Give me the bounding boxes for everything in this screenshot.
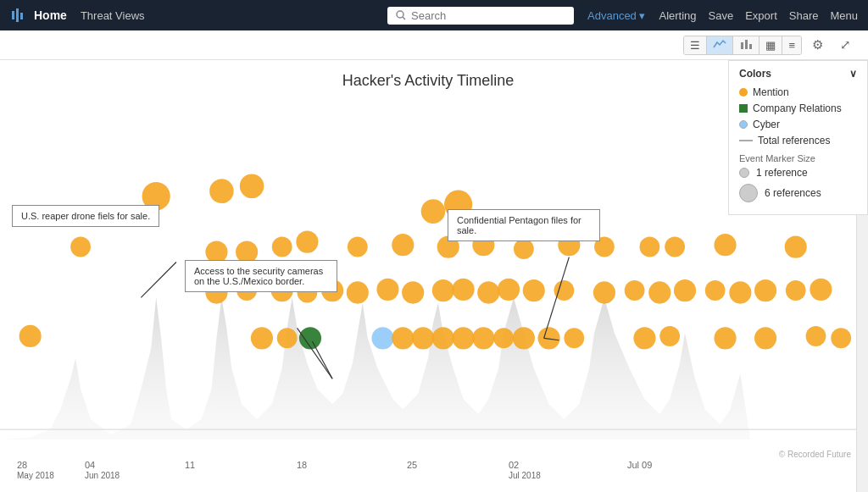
xaxis-label-1: 28May 2018 xyxy=(17,460,54,480)
svg-point-34 xyxy=(477,281,499,303)
data-point[interactable] xyxy=(240,174,264,198)
total-line xyxy=(739,140,753,141)
svg-point-11 xyxy=(272,237,292,257)
svg-point-44 xyxy=(754,279,776,301)
legend-panel: Colors ∨ Mention Company Relations Cyber… xyxy=(728,60,868,215)
share-btn[interactable]: Share xyxy=(789,9,819,22)
svg-point-26 xyxy=(271,279,293,301)
svg-point-32 xyxy=(432,279,454,301)
size-6ref-dot xyxy=(739,184,758,202)
settings-btn[interactable]: ⚙ xyxy=(805,34,830,56)
app-name[interactable]: Home xyxy=(34,8,67,22)
expand-btn[interactable]: ⤢ xyxy=(833,34,858,56)
svg-point-40 xyxy=(648,281,670,303)
svg-point-15 xyxy=(437,235,459,257)
total-label: Total references xyxy=(758,135,830,146)
svg-rect-7 xyxy=(749,44,752,49)
advanced-button[interactable]: Advanced ▾ xyxy=(587,9,645,22)
svg-point-59 xyxy=(538,327,560,349)
xaxis-label-5: 25 xyxy=(407,460,417,470)
svg-line-67 xyxy=(141,263,176,298)
svg-point-13 xyxy=(348,237,368,257)
top-actions: Alerting Save Export Share Menu xyxy=(659,9,858,22)
menu-btn[interactable]: Menu xyxy=(830,9,858,22)
svg-point-48 xyxy=(251,327,273,349)
svg-point-20 xyxy=(640,237,660,257)
svg-point-23 xyxy=(785,235,807,257)
legend-size-section: Event Marker Size xyxy=(739,153,857,163)
svg-rect-2 xyxy=(20,13,23,19)
threat-views-nav[interactable]: Threat Views xyxy=(81,9,145,22)
alerting-btn[interactable]: Alerting xyxy=(659,9,696,22)
svg-point-21 xyxy=(665,237,685,257)
app-logo: Home xyxy=(10,6,67,25)
search-input[interactable] xyxy=(411,9,530,22)
legend-company-relations: Company Relations xyxy=(739,102,857,114)
svg-point-61 xyxy=(633,327,655,349)
export-btn[interactable]: Export xyxy=(745,9,777,22)
data-point[interactable] xyxy=(444,191,472,219)
svg-point-30 xyxy=(376,279,398,301)
bar-chart-icon xyxy=(739,39,753,49)
svg-point-47 xyxy=(19,325,42,347)
legend-header: Colors ∨ xyxy=(739,68,857,80)
chart-toolbar: ☰ ▦ ≡ ⚙ ⤢ xyxy=(0,30,868,60)
svg-point-31 xyxy=(402,281,424,303)
svg-point-46 xyxy=(810,279,832,301)
company-relations-label: Company Relations xyxy=(753,102,842,114)
copyright: © Recorded Future xyxy=(779,450,851,459)
line-chart-icon xyxy=(713,39,726,49)
svg-point-51 xyxy=(371,327,393,349)
svg-point-57 xyxy=(493,328,514,348)
top-navigation: Home Threat Views Advanced ▾ Alerting Sa… xyxy=(0,0,868,30)
line-chart-btn[interactable] xyxy=(707,36,733,54)
svg-point-55 xyxy=(453,327,475,349)
svg-point-53 xyxy=(412,327,434,349)
svg-point-56 xyxy=(472,327,494,349)
svg-point-14 xyxy=(392,234,414,256)
svg-point-35 xyxy=(498,279,520,301)
save-btn[interactable]: Save xyxy=(709,9,734,22)
legend-collapse-icon[interactable]: ∨ xyxy=(849,68,857,80)
svg-point-22 xyxy=(714,234,736,256)
svg-point-8 xyxy=(70,237,91,257)
svg-rect-1 xyxy=(16,8,19,22)
svg-point-63 xyxy=(714,327,736,349)
view-buttons: ☰ ▦ ≡ xyxy=(683,36,802,55)
bullet-view-btn[interactable]: ≡ xyxy=(782,36,801,54)
svg-point-64 xyxy=(754,327,776,349)
legend-title: Colors xyxy=(739,68,771,80)
size-1ref-dot xyxy=(739,168,749,178)
data-point[interactable] xyxy=(421,199,446,224)
svg-rect-0 xyxy=(12,11,14,19)
svg-point-27 xyxy=(298,282,318,302)
cyber-label: Cyber xyxy=(753,119,780,130)
main-area: Hacker's Activity Timeline xyxy=(0,60,868,492)
size-6ref-label: 6 references xyxy=(765,187,821,199)
svg-line-4 xyxy=(403,17,405,19)
svg-point-28 xyxy=(321,279,343,301)
svg-point-24 xyxy=(205,281,227,303)
grid-view-btn[interactable]: ▦ xyxy=(760,36,782,54)
svg-point-17 xyxy=(514,239,534,259)
data-point[interactable] xyxy=(209,179,234,203)
logo-icon xyxy=(10,6,29,25)
svg-point-16 xyxy=(472,234,494,256)
svg-point-49 xyxy=(277,328,298,348)
mention-color xyxy=(739,88,748,97)
legend-cyber: Cyber xyxy=(739,119,857,130)
legend-size-6ref: 6 references xyxy=(739,184,857,202)
xaxis-label-6: 02Jul 2018 xyxy=(509,460,541,480)
svg-point-62 xyxy=(659,326,680,346)
svg-point-54 xyxy=(432,327,454,349)
data-point[interactable] xyxy=(142,182,170,211)
search-icon xyxy=(396,10,406,20)
legend-mention: Mention xyxy=(739,86,857,98)
svg-point-25 xyxy=(236,280,257,301)
svg-point-18 xyxy=(558,234,580,256)
list-view-btn[interactable]: ☰ xyxy=(684,36,707,54)
bar-chart-btn[interactable] xyxy=(733,36,760,54)
xaxis-label-4: 18 xyxy=(297,460,307,470)
legend-size-1ref: 1 reference xyxy=(739,167,857,179)
xaxis-label-2: 04Jun 2018 xyxy=(85,460,120,480)
